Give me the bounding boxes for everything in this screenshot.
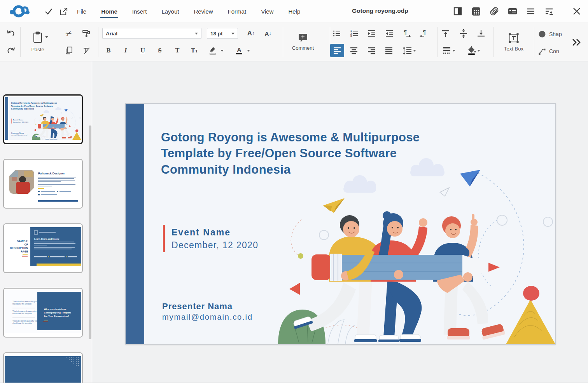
italic-button[interactable]: I	[119, 45, 132, 56]
underline-button[interactable]: U	[136, 45, 149, 56]
align-left-button[interactable]	[330, 44, 344, 57]
slide-thumbnail-2[interactable]: Fullsnack Designer	[3, 159, 83, 209]
card-details-icon[interactable]	[507, 5, 518, 17]
slide-thumbnail-5[interactable]	[3, 352, 83, 383]
slide-thumbnail-4[interactable]: This is the first reason why you should …	[3, 288, 83, 338]
paste-button[interactable]: Paste	[25, 26, 51, 58]
menu-review[interactable]: Review	[193, 6, 214, 17]
saved-check-icon[interactable]	[44, 6, 54, 16]
menu-home[interactable]: Home	[100, 6, 118, 17]
align-justify-button[interactable]	[383, 45, 395, 56]
highlight-color-caret[interactable]	[219, 45, 225, 56]
subscript-button[interactable]: TT	[188, 45, 201, 56]
shape-label: Shap	[549, 31, 562, 37]
clear-style-icon	[82, 46, 91, 55]
fill-color-caret	[477, 50, 480, 52]
bold-button[interactable]: B	[102, 45, 115, 56]
users-list-icon[interactable]	[543, 5, 555, 17]
font-color-button[interactable]: A	[233, 45, 246, 56]
presentation-editor-window: File Home Insert Layout Review Format Vi…	[0, 0, 588, 383]
bullets-button[interactable]	[331, 28, 343, 39]
comment-icon	[298, 33, 308, 43]
highlight-color-button[interactable]	[206, 45, 219, 56]
paste-icon	[33, 31, 43, 45]
svg-text:This is the first reason why y: This is the first reason why you	[12, 301, 37, 303]
font-name-select[interactable]: Arial	[102, 28, 201, 39]
text-box-label: Text Box	[504, 46, 523, 52]
text-box-button[interactable]: Text Box	[498, 26, 530, 58]
strikethrough-button[interactable]: S	[154, 45, 166, 56]
svg-text:3: 3	[350, 35, 352, 37]
slide-thumbnail-3[interactable]: SAMPLE OF DESCRIPTION PAGE Learn, Share,…	[3, 223, 83, 273]
svg-text:For Your Presentation?: For Your Presentation?	[44, 315, 69, 317]
slide-thumbnail-1[interactable]	[3, 94, 83, 144]
align-right-button[interactable]	[365, 45, 378, 56]
copy-style-button[interactable]	[80, 28, 93, 39]
shape-gallery-button[interactable]: Shap	[538, 28, 568, 40]
valign-bottom-button[interactable]	[475, 28, 487, 39]
svg-text:Presenter Nama: Presenter Nama	[162, 301, 233, 311]
slide-thumbnail-panel: Fullsnack Designer SAM	[0, 61, 92, 383]
font-size-select[interactable]: 18 pt	[207, 28, 238, 39]
menu-bar: File Home Insert Layout Review Format Vi…	[76, 0, 301, 23]
valign-middle-button[interactable]	[457, 28, 470, 39]
decrease-font-button[interactable]: A↓	[261, 28, 275, 39]
list-icon[interactable]	[525, 5, 537, 17]
align-center-button[interactable]	[348, 45, 360, 56]
rtl-paragraph-button[interactable]: ¶	[418, 28, 430, 39]
separator	[20, 27, 21, 57]
open-in-new-window-icon[interactable]	[58, 6, 68, 16]
cut-button[interactable]: ✂	[62, 28, 75, 39]
increase-indent-button[interactable]	[366, 28, 378, 39]
menu-layout[interactable]: Layout	[161, 6, 180, 17]
svg-text:Template by Free/Open Source S: Template by Free/Open Source Software	[161, 146, 397, 160]
svg-text:GotongRoyong Template: GotongRoyong Template	[44, 312, 72, 314]
shape-circle-icon	[538, 30, 546, 38]
redo-button[interactable]	[5, 45, 17, 56]
svg-text:should use this template: should use this template	[12, 322, 32, 324]
svg-text:OF: OF	[24, 243, 28, 246]
columns-button[interactable]	[439, 45, 458, 56]
toolbar-more-button[interactable]	[569, 36, 583, 49]
highlighter-icon	[208, 46, 217, 55]
panel-toggle-icon[interactable]	[452, 5, 464, 17]
menu-file[interactable]: File	[76, 6, 87, 17]
menu-view[interactable]: View	[260, 6, 274, 17]
slide-1[interactable]: Gotong Royong is Awesome & Multipurpose …	[126, 104, 555, 344]
paste-dropdown-caret[interactable]	[45, 36, 48, 38]
slide-side-bar[interactable]	[126, 104, 144, 344]
line-spacing-button[interactable]	[400, 45, 418, 56]
menu-insert[interactable]: Insert	[131, 6, 148, 17]
menu-help[interactable]: Help	[287, 6, 301, 17]
connector-button[interactable]: Con	[538, 45, 568, 57]
decrease-indent-button[interactable]	[383, 28, 396, 39]
menu-format[interactable]: Format	[227, 6, 247, 17]
separator	[494, 27, 494, 57]
fill-color-button[interactable]	[464, 45, 483, 56]
add-comment-button[interactable]: Comment	[286, 26, 320, 58]
cut-icon: ✂	[64, 28, 74, 39]
comment-label: Comment	[292, 45, 314, 51]
increase-font-button[interactable]: A↑	[243, 28, 258, 39]
clear-style-button[interactable]	[80, 45, 93, 56]
separator	[437, 27, 438, 57]
font-color-caret[interactable]	[246, 45, 251, 56]
rings-icon[interactable]	[488, 5, 500, 17]
valign-top-button[interactable]	[439, 28, 452, 39]
close-icon[interactable]	[571, 5, 583, 17]
nextcloud-logo[interactable]	[9, 5, 30, 17]
copy-button[interactable]	[62, 45, 75, 56]
slide-canvas[interactable]: Gotong Royong is Awesome & Multipurpose …	[125, 103, 556, 345]
mosaic-grid-icon[interactable]	[470, 5, 482, 17]
font-name-value: Arial	[106, 31, 117, 37]
svg-text:Why you should use: Why you should use	[44, 308, 66, 310]
svg-text:A: A	[237, 46, 242, 53]
font-size-caret	[231, 33, 234, 35]
numbering-button[interactable]: 123	[348, 28, 360, 39]
svg-text:SAMPLE: SAMPLE	[17, 240, 28, 242]
ltr-paragraph-button[interactable]: ¶	[401, 28, 413, 39]
panel-scrollbar-thumb[interactable]	[89, 125, 91, 339]
undo-button[interactable]	[5, 28, 17, 39]
superscript-button[interactable]: T	[171, 45, 184, 56]
thumb2-heading: Fullsnack Designer	[38, 172, 65, 175]
